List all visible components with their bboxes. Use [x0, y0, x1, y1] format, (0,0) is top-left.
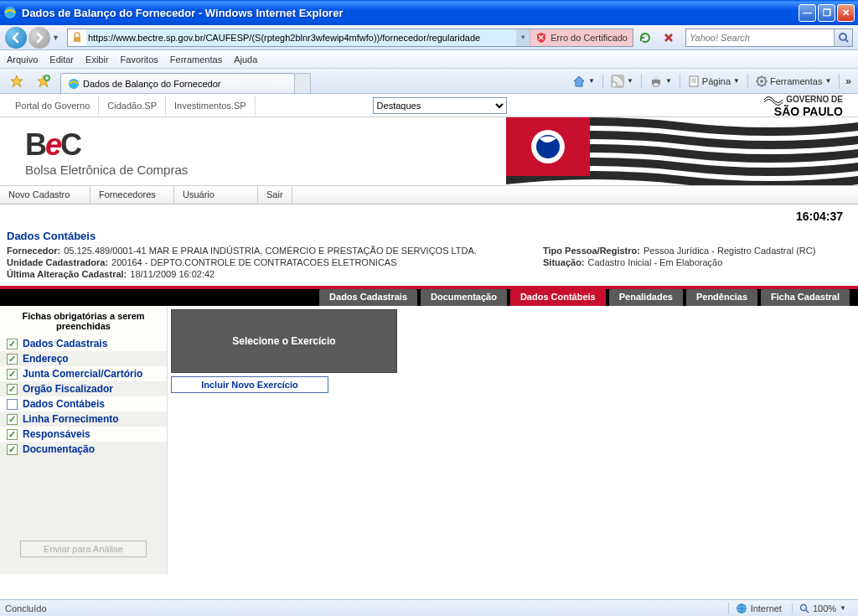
tab-penalidades[interactable]: Penalidades — [609, 289, 683, 306]
sidebar-item-label: Responsáveis — [23, 428, 90, 440]
ie-icon — [3, 6, 17, 19]
tab-ficha-cadastral[interactable]: Ficha Cadastral — [761, 289, 850, 306]
ultima-value: 18/11/2009 16:02:42 — [130, 269, 214, 279]
home-button[interactable]: ▼ — [569, 73, 598, 90]
tab-pendencias[interactable]: Pendências — [686, 289, 757, 306]
add-favorite-icon[interactable] — [35, 73, 52, 90]
checkbox-checked-icon — [7, 354, 18, 365]
minimize-button[interactable]: — — [799, 4, 816, 22]
print-button[interactable]: ▼ — [646, 73, 675, 90]
svg-point-3 — [840, 34, 846, 40]
incluir-novo-exercicio-button[interactable]: Incluir Novo Exercício — [171, 376, 328, 393]
stop-button[interactable] — [660, 29, 677, 46]
menu-ajuda[interactable]: Ajuda — [234, 54, 257, 65]
situacao-value: Cadastro Inicial - Em Elaboração — [588, 257, 723, 267]
svg-rect-10 — [654, 83, 659, 86]
unidade-label: Unidade Cadastradora: — [7, 257, 108, 267]
sidebar-item[interactable]: Junta Comercial/Cartório — [0, 366, 167, 381]
refresh-button[interactable] — [637, 29, 654, 46]
checkbox-unchecked-icon — [7, 399, 18, 410]
bec-logo: BeC Bolsa Eletrônica de Compras — [25, 127, 188, 177]
nav-toolbar: ▼ ▼ ✕ Erro do Certificado — [0, 25, 858, 50]
sidebar-item-label: Dados Contábeis — [23, 398, 105, 410]
menu-favoritos[interactable]: Favoritos — [121, 54, 158, 65]
sidebar-item-label: Dados Cadastrais — [23, 338, 107, 349]
sidebar-heading: Fichas obrigatórias a serem preenchidas — [0, 306, 167, 336]
nav-history-dropdown[interactable]: ▼ — [52, 34, 62, 42]
certificate-error-badge[interactable]: ✕ Erro do Certificado — [530, 29, 633, 46]
menu-sair[interactable]: Sair — [258, 186, 292, 204]
sidebar-item[interactable]: Endereço — [0, 351, 167, 366]
search-button[interactable] — [834, 29, 852, 46]
sidebar-item[interactable]: Dados Cadastrais — [0, 336, 167, 351]
shield-warn-icon: ✕ — [535, 32, 547, 44]
forward-button[interactable] — [28, 27, 50, 49]
clock: 16:04:37 — [0, 204, 858, 228]
menu-fornecedores[interactable]: Fornecedores — [90, 186, 174, 204]
sidebar-item[interactable]: Dados Contábeis — [0, 396, 167, 412]
window-titlebar: Dados de Balanço do Fornecedor - Windows… — [0, 0, 858, 25]
lock-icon — [70, 31, 84, 44]
checkbox-checked-icon — [7, 384, 18, 395]
section-title: Dados Contábeis — [0, 228, 858, 244]
sidebar-item[interactable]: Responsáveis — [0, 427, 167, 442]
search-box — [685, 28, 853, 47]
new-tab-button[interactable] — [294, 73, 311, 93]
menu-bar: Arquivo Editar Exibir Favoritos Ferramen… — [0, 50, 858, 69]
menu-ferramentas[interactable]: Ferramentas — [170, 54, 222, 65]
tipo-label: Tipo Pessoa/Registro: — [543, 246, 640, 256]
sidebar-item-label: Orgão Fiscalizador — [23, 383, 113, 395]
checkbox-checked-icon — [7, 429, 18, 440]
chevron-expand-icon[interactable]: » — [844, 75, 853, 87]
sidebar-item-label: Junta Comercial/Cartório — [23, 368, 142, 380]
sidebar-item[interactable]: Documentação — [0, 442, 167, 457]
menu-novo-cadastro[interactable]: Novo Cadastro — [0, 186, 90, 204]
menu-editar[interactable]: Editar — [49, 54, 74, 65]
address-dropdown[interactable]: ▼ — [516, 29, 530, 46]
close-button[interactable]: ✕ — [837, 4, 855, 22]
sidebar-item-label: Linha Fornecimento — [23, 413, 119, 425]
sidebar-item[interactable]: Linha Fornecimento — [0, 412, 167, 427]
portal-link-investimentos[interactable]: Investimentos.SP — [166, 96, 256, 116]
svg-rect-9 — [654, 76, 659, 80]
tab-documentacao[interactable]: Documentação — [421, 289, 507, 306]
page-menu[interactable]: Página▼ — [685, 74, 743, 89]
favorites-star-icon[interactable] — [8, 73, 25, 90]
sidebar-item-label: Endereço — [23, 353, 69, 365]
tools-menu[interactable]: Ferramentas▼ — [752, 74, 835, 89]
checkbox-checked-icon — [7, 369, 18, 380]
back-button[interactable] — [5, 27, 27, 49]
info-rows: Fornecedor:05.125.489/0001-41 MAR E PRAI… — [0, 244, 858, 282]
portal-link-cidadao[interactable]: Cidadão.SP — [99, 96, 166, 116]
sp-flag-graphic — [506, 117, 858, 186]
tipo-value: Pessoa Jurídica - Registro Cadastral (RC… — [644, 246, 815, 256]
tab-ie-icon — [68, 78, 80, 90]
unidade-value: 200164 - DEPTO.CONTROLE DE CONTRATACOES … — [111, 257, 396, 267]
menu-usuario[interactable]: Usuário — [174, 186, 258, 204]
page-content: Portal do Governo Cidadão.SP Investiment… — [0, 94, 858, 599]
sidebar: Fichas obrigatórias a serem preenchidas … — [0, 306, 168, 574]
svg-text:✕: ✕ — [538, 34, 545, 42]
fornecedor-label: Fornecedor: — [7, 246, 60, 256]
browser-tab[interactable]: Dados de Balanço do Fornecedor — [60, 73, 295, 93]
tab-dados-contabeis[interactable]: Dados Contábeis — [510, 289, 606, 306]
sidebar-item[interactable]: Orgão Fiscalizador — [0, 381, 167, 396]
checkbox-checked-icon — [7, 444, 18, 455]
portal-link-governo[interactable]: Portal do Governo — [7, 96, 99, 116]
tab-title: Dados de Balanço do Fornecedor — [83, 79, 221, 89]
body-area: Fichas obrigatórias a serem preenchidas … — [0, 306, 858, 574]
maximize-button[interactable]: ❐ — [818, 4, 835, 22]
search-input[interactable] — [686, 33, 834, 43]
tab-dados-cadastrais[interactable]: Dados Cadastrais — [319, 289, 417, 306]
menu-arquivo[interactable]: Arquivo — [7, 54, 38, 65]
selecione-exercicio-box: Selecione o Exercício — [171, 309, 397, 373]
feeds-button[interactable]: ▼ — [607, 73, 637, 90]
svg-point-7 — [612, 83, 616, 86]
portal-top-bar: Portal do Governo Cidadão.SP Investiment… — [0, 94, 858, 117]
url-input[interactable] — [86, 29, 516, 46]
sidebar-item-label: Documentação — [23, 443, 95, 455]
governo-sp-logo: GOVERNO DE SÃO PAULO — [764, 94, 843, 117]
menu-exibir[interactable]: Exibir — [85, 54, 109, 65]
destaques-select[interactable]: Destaques — [373, 97, 507, 114]
content-area: Selecione o Exercício Incluir Novo Exerc… — [168, 306, 858, 574]
